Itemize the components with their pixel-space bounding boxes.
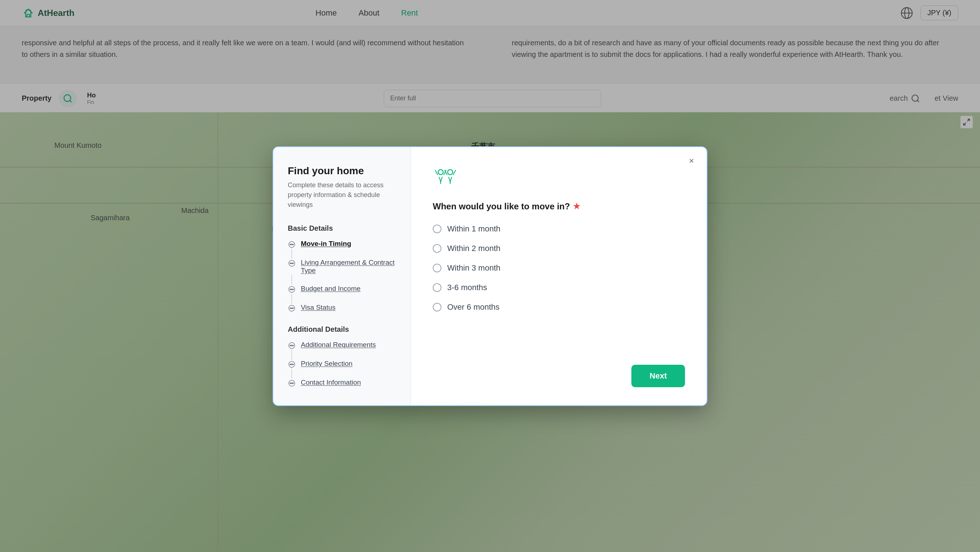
move-in-icon [433,165,458,190]
radio-3-6-months[interactable] [433,283,441,292]
sidebar-item-visa[interactable]: Visa Status [288,303,396,312]
sidebar-label-requirements[interactable]: Additional Requirements [301,341,376,349]
connector-2 [291,274,292,285]
step-icon-priority [288,360,296,368]
svg-point-22 [290,308,291,309]
svg-point-30 [290,364,291,365]
sidebar-item-contact[interactable]: Contact Information [288,379,396,387]
sidebar-item-priority[interactable]: Priority Selection [288,360,396,368]
step-icon-living [288,259,296,267]
svg-point-27 [291,345,293,346]
svg-point-19 [291,289,293,290]
option-3-6-months[interactable]: 3-6 months [433,283,685,292]
question-text: When would you like to move in? [433,201,570,211]
option-label-3: Within 3 month [447,263,501,273]
svg-point-10 [290,244,291,245]
option-label-5: Over 6 months [447,303,500,312]
svg-point-28 [293,345,294,346]
sidebar-title: Find your home [288,165,396,177]
modal-overlay: Find your home Complete these details to… [0,0,980,552]
svg-point-24 [293,308,294,309]
step-icon-movein [288,241,296,249]
svg-point-31 [291,364,293,365]
connector-5 [291,368,292,379]
sidebar-label-priority[interactable]: Priority Selection [301,360,353,368]
additional-details-section: Additional Details [288,325,396,333]
option-over-6-months[interactable]: Over 6 months [433,303,685,312]
radio-within-2-month[interactable] [433,244,441,253]
basic-details-section: Basic Details [288,224,396,233]
next-button[interactable]: Next [632,365,685,387]
svg-point-34 [290,382,291,384]
sidebar-label-contact[interactable]: Contact Information [301,379,361,387]
svg-point-14 [290,263,291,264]
sidebar-label-movein[interactable]: Move-in Timing [301,240,351,248]
step-icon-requirements [288,341,296,349]
svg-point-12 [293,244,294,245]
option-within-1-month[interactable]: Within 1 month [433,224,685,234]
svg-point-35 [291,382,293,384]
move-in-options: Within 1 month Within 2 month Within 3 m… [433,224,685,312]
step-icon-visa [288,304,296,312]
sidebar-label-living[interactable]: Living Arrangement & Contract Type [301,259,396,274]
svg-point-37 [438,170,443,174]
svg-point-36 [293,382,294,384]
sidebar-item-movein[interactable]: Move-in Timing [288,240,396,249]
sidebar-subtitle: Complete these details to access propert… [288,180,396,210]
svg-point-32 [293,364,294,365]
svg-point-18 [290,289,291,290]
svg-point-20 [293,289,294,290]
svg-point-16 [293,263,294,264]
sidebar-label-budget[interactable]: Budget and Income [301,285,361,293]
sidebar-item-requirements[interactable]: Additional Requirements [288,341,396,349]
radio-within-3-month[interactable] [433,264,441,272]
connector-4 [291,349,292,360]
connector-1 [291,249,292,259]
modal-main-content: × [411,147,707,405]
option-label-1: Within 1 month [447,224,501,234]
option-label-4: 3-6 months [447,283,487,292]
svg-point-23 [291,308,293,309]
svg-point-26 [290,345,291,346]
radio-over-6-months[interactable] [433,303,441,311]
sidebar-label-visa[interactable]: Visa Status [301,303,336,311]
radio-within-1-month[interactable] [433,225,441,233]
option-within-2-month[interactable]: Within 2 month [433,244,685,253]
modal-sidebar: Find your home Complete these details to… [273,147,411,405]
step-icon-budget [288,286,296,293]
sidebar-item-budget[interactable]: Budget and Income [288,285,396,293]
svg-point-11 [291,244,293,245]
modal-close-button[interactable]: × [685,154,698,167]
modal-dialog: Find your home Complete these details to… [272,146,708,406]
required-indicator: ★ [573,202,580,211]
sidebar-item-living[interactable]: Living Arrangement & Contract Type [288,259,396,274]
step-icon-contact [288,379,296,387]
svg-point-15 [291,263,293,264]
svg-point-38 [448,170,453,174]
modal-question: When would you like to move in? ★ [433,201,685,211]
option-label-2: Within 2 month [447,244,501,253]
connector-3 [291,293,292,303]
option-within-3-month[interactable]: Within 3 month [433,263,685,273]
